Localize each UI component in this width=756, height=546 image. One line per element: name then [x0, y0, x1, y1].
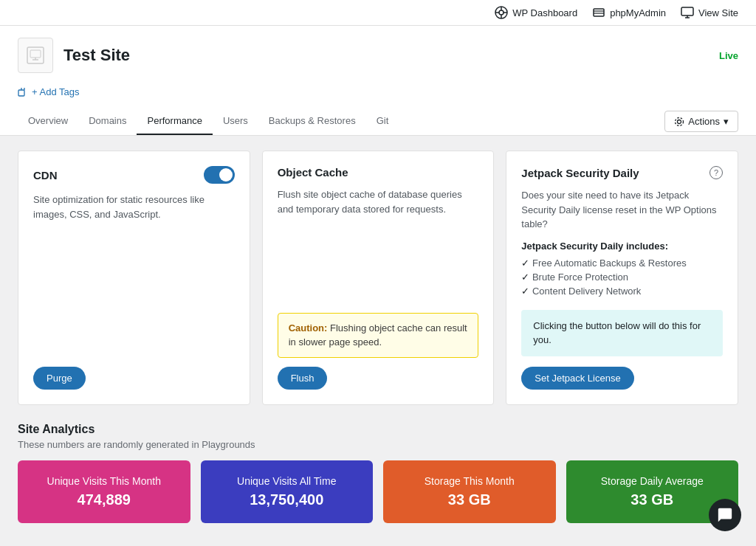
jetpack-info-box: Clicking the button below will do this f…: [521, 310, 723, 356]
screen-icon: [681, 6, 694, 19]
object-cache-description: Flush site object cache of database quer…: [278, 187, 479, 304]
site-name: Test Site: [63, 46, 130, 65]
analytics-card-2: Storage This Month 33 GB: [383, 460, 556, 523]
phpmyadmin-link[interactable]: phpMyAdmin: [592, 6, 666, 19]
jetpack-include-item-1: Brute Force Protection: [521, 272, 723, 283]
database-icon: [592, 6, 605, 19]
add-tags-link[interactable]: + Add Tags: [18, 82, 738, 102]
analytics-label-3: Storage Daily Average: [578, 475, 727, 487]
phpmyadmin-label: phpMyAdmin: [610, 7, 666, 18]
tab-overview[interactable]: Overview: [18, 108, 78, 135]
actions-button[interactable]: Actions ▾: [664, 111, 738, 132]
live-badge: Live: [719, 50, 738, 61]
view-site-label: View Site: [698, 7, 738, 18]
analytics-subtitle: These numbers are randomly generated in …: [18, 439, 738, 450]
analytics-value-2: 33 GB: [395, 491, 544, 508]
jetpack-title: Jetpack Security Daily: [521, 167, 639, 179]
main-content: CDN Site optimization for static resourc…: [0, 136, 756, 538]
svg-rect-9: [681, 7, 693, 15]
tab-users[interactable]: Users: [213, 108, 258, 135]
object-cache-card: Object Cache Flush site object cache of …: [262, 151, 495, 405]
add-tags-label: + Add Tags: [32, 86, 79, 97]
nav-tabs: Overview Domains Performance Users Backu…: [18, 108, 738, 135]
analytics-card-0: Unique Visits This Month 474,889: [18, 460, 190, 523]
gear-icon: [674, 117, 684, 127]
actions-chevron-icon: ▾: [724, 116, 729, 127]
jetpack-include-item-0: Free Automatic Backups & Restores: [521, 258, 723, 269]
view-site-link[interactable]: View Site: [681, 6, 738, 19]
site-icon: [18, 38, 53, 73]
cdn-toggle[interactable]: [204, 166, 235, 184]
cards-row: CDN Site optimization for static resourc…: [18, 151, 738, 405]
tab-performance[interactable]: Performance: [137, 108, 212, 135]
site-analytics-section: Site Analytics These numbers are randoml…: [18, 423, 738, 523]
analytics-value-3: 33 GB: [578, 491, 727, 508]
analytics-value-1: 13,750,400: [213, 491, 362, 508]
jetpack-help-icon[interactable]: ?: [709, 166, 723, 179]
analytics-label-2: Storage This Month: [395, 475, 544, 487]
analytics-label-0: Unique Visits This Month: [30, 475, 179, 487]
tab-domains[interactable]: Domains: [78, 108, 137, 135]
top-bar: WP Dashboard phpMyAdmin View Site: [0, 0, 756, 26]
cdn-title: CDN: [33, 169, 58, 182]
cdn-card: CDN Site optimization for static resourc…: [18, 151, 250, 405]
svg-point-1: [499, 10, 504, 15]
wp-dashboard-label: WP Dashboard: [512, 7, 577, 18]
wp-dashboard-link[interactable]: WP Dashboard: [495, 6, 577, 19]
site-header: Test Site Live + Add Tags Overview Domai…: [0, 26, 756, 136]
set-jetpack-license-button[interactable]: Set Jetpack License: [521, 367, 633, 390]
jetpack-include-item-2: Content Delivery Network: [521, 286, 723, 297]
object-cache-flush-button[interactable]: Flush: [278, 367, 328, 390]
chat-bubble[interactable]: [709, 499, 741, 531]
tab-backups[interactable]: Backups & Restores: [258, 108, 366, 135]
jetpack-card: Jetpack Security Daily ? Does your site …: [506, 151, 738, 405]
analytics-label-1: Unique Visits All Time: [213, 475, 362, 487]
jetpack-includes-label: Jetpack Security Daily includes:: [521, 241, 723, 252]
cdn-purge-button[interactable]: Purge: [33, 367, 86, 390]
caution-box: Caution: Flushing object cache can resul…: [278, 313, 479, 358]
analytics-card-1: Unique Visits All Time 13,750,400: [201, 460, 374, 523]
chat-icon: [717, 507, 733, 523]
object-cache-title: Object Cache: [278, 166, 348, 179]
svg-rect-12: [27, 47, 44, 63]
actions-label: Actions: [688, 116, 720, 127]
analytics-value-0: 474,889: [30, 491, 179, 508]
tag-icon: [18, 87, 28, 97]
analytics-cards: Unique Visits This Month 474,889 Unique …: [18, 460, 738, 523]
svg-rect-6: [594, 9, 604, 16]
svg-point-20: [676, 117, 684, 125]
svg-point-19: [678, 120, 681, 123]
tab-git[interactable]: Git: [366, 108, 399, 135]
cdn-description: Site optimization for static resources l…: [33, 193, 235, 349]
analytics-title: Site Analytics: [18, 423, 738, 436]
svg-rect-16: [18, 90, 24, 96]
jetpack-includes-list: Free Automatic Backups & Restores Brute …: [521, 258, 723, 300]
jetpack-info-text: Clicking the button below will do this f…: [533, 320, 701, 346]
wp-icon: [495, 6, 508, 19]
caution-label: Caution:: [289, 322, 328, 334]
jetpack-description: Does your site need to have its Jetpack …: [521, 188, 723, 232]
